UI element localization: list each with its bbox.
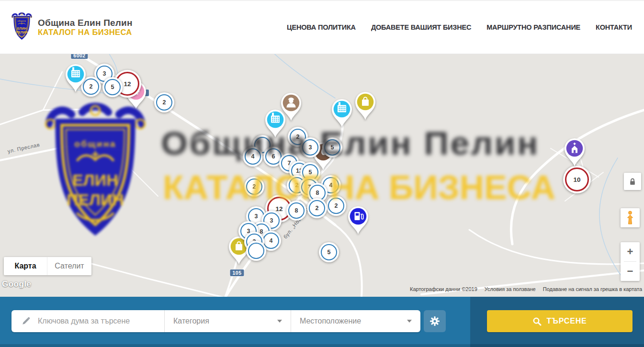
search-submit-button[interactable]: ТЪРСЕНЕ <box>487 310 633 332</box>
map-markers-layer: 3122522354671352274822128338343510 <box>0 53 644 297</box>
cluster-marker[interactable]: 2 <box>154 92 174 112</box>
keyword-search-input[interactable] <box>37 316 154 326</box>
page: Община Елин Пелин КАТАЛОГ НА БИЗНЕСА ЦЕН… <box>0 0 644 347</box>
header: Община Елин Пелин КАТАЛОГ НА БИЗНЕСА ЦЕН… <box>0 0 644 54</box>
location-dropdown-label: Местоположение <box>300 317 361 325</box>
zoom-out-button[interactable]: − <box>621 262 640 281</box>
brand-subtitle: КАТАЛОГ НА БИЗНЕСА <box>38 28 133 37</box>
cluster-marker[interactable]: 4 <box>243 146 263 167</box>
attribution-report-error-link[interactable]: Подаване на сигнал за грешка в картата <box>543 286 642 292</box>
gear-icon <box>429 315 441 327</box>
pegman-button[interactable] <box>621 208 640 227</box>
map-type-control: Карта Сателит <box>4 257 91 275</box>
nav-contacts[interactable]: КОНТАКТИ <box>596 23 632 31</box>
fuel-pin[interactable] <box>346 205 371 235</box>
attribution-terms-link[interactable]: Условия за ползване <box>485 286 536 292</box>
cluster-marker[interactable]: 2 <box>326 196 346 216</box>
map-type-satellite-button[interactable]: Сателит <box>47 257 91 275</box>
search-bar: Категория Местоположение <box>0 297 644 347</box>
category-dropdown[interactable]: Категория <box>165 310 291 332</box>
lock-button[interactable] <box>624 173 641 190</box>
category-dropdown-label: Категория <box>173 317 209 325</box>
map-canvas[interactable]: 6002105ул. Преславбул. „Новоселци“ 31225… <box>0 53 644 297</box>
cluster-marker[interactable] <box>246 241 266 261</box>
brand[interactable]: Община Елин Пелин КАТАЛОГ НА БИЗНЕСА <box>11 12 133 42</box>
cluster-marker[interactable]: 5 <box>102 77 123 97</box>
google-logo[interactable]: Google <box>2 280 32 289</box>
search-fields-group: Категория Местоположение <box>11 310 420 332</box>
nav-route-schedule[interactable]: МАРШРУТНО РАЗПИСАНИЕ <box>486 23 580 31</box>
cluster-marker[interactable]: 3 <box>300 137 320 157</box>
chevron-down-icon <box>407 320 412 323</box>
nav-pricing-policy[interactable]: ЦЕНОВА ПОЛИТИКА <box>287 23 356 31</box>
zoom-in-button[interactable]: + <box>621 242 640 261</box>
lock-icon <box>629 178 636 186</box>
pegman-icon <box>625 211 635 225</box>
cluster-marker[interactable]: 2 <box>244 177 264 197</box>
location-dropdown[interactable]: Местоположение <box>291 310 420 332</box>
nav-add-your-business[interactable]: ДОБАВЕТЕ ВАШИЯТ БИЗНЕС <box>371 23 471 31</box>
bag-pin[interactable] <box>353 91 378 121</box>
main-nav: ЦЕНОВА ПОЛИТИКА ДОБАВЕТЕ ВАШИЯТ БИЗНЕС М… <box>287 1 632 54</box>
attribution-map-data: Картографски данни ©2019 <box>410 286 477 292</box>
keyword-field[interactable] <box>11 310 165 332</box>
map-type-map-button[interactable]: Карта <box>4 257 47 275</box>
factory-pin[interactable] <box>329 98 354 128</box>
chevron-down-icon <box>277 320 282 323</box>
map-attribution: Картографски данни ©2019 Условия за полз… <box>410 286 642 292</box>
search-submit-label: ТЪРСЕНЕ <box>546 317 587 325</box>
advanced-search-button[interactable] <box>424 310 446 332</box>
pencil-icon <box>21 316 31 326</box>
worker-pin[interactable] <box>279 92 304 122</box>
cluster-marker[interactable]: 5 <box>319 242 339 262</box>
brand-title: Община Елин Пелин <box>38 18 133 28</box>
search-icon <box>532 317 542 326</box>
factory-pin[interactable] <box>63 63 88 93</box>
municipality-logo <box>11 12 33 42</box>
cluster-marker[interactable]: 10 <box>563 166 591 193</box>
cluster-marker[interactable]: 5 <box>322 137 342 157</box>
zoom-control: + − <box>621 242 640 281</box>
church-pin[interactable] <box>562 137 587 167</box>
cluster-marker[interactable]: 8 <box>286 201 306 221</box>
cluster-marker[interactable]: 2 <box>307 198 327 218</box>
